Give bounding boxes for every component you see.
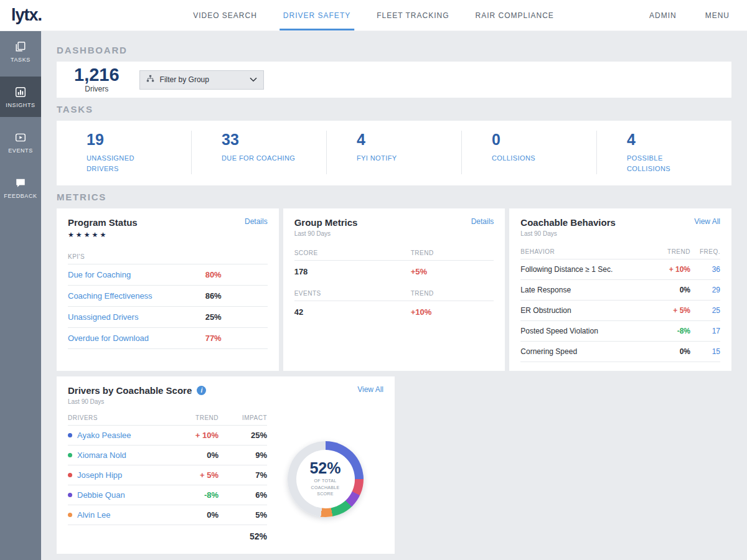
- behavior-freq: 25: [690, 306, 720, 315]
- driver-count-label: Drivers: [85, 85, 108, 93]
- driver-count: 1,216 Drivers: [74, 66, 120, 93]
- stat-collisions[interactable]: 0 COLLISIONS: [461, 131, 596, 174]
- kpi-link[interactable]: Coaching Effectiveness: [68, 291, 205, 301]
- stat-value: 19: [87, 131, 191, 149]
- driver-link[interactable]: Joseph Hipp: [68, 470, 174, 480]
- driver-impact: 9%: [218, 450, 267, 460]
- kpi-row: Coaching Effectiveness 86%: [68, 286, 268, 307]
- tasks-section-title: TASKS: [57, 104, 731, 114]
- behavior-trend: + 10%: [649, 265, 690, 274]
- driver-name: Xiomara Nold: [77, 450, 126, 460]
- driver-impact: 5%: [218, 510, 267, 520]
- nav-rair-compliance[interactable]: RAIR COMPLIANCE: [475, 0, 553, 30]
- stat-value: 33: [222, 131, 326, 149]
- driver-link[interactable]: Ayako Peaslee: [68, 431, 174, 440]
- driver-row: Alvin Lee 0% 5%: [68, 505, 267, 525]
- events-icon: [15, 132, 26, 143]
- sidebar-item-feedback[interactable]: FEEDBACK: [0, 167, 41, 208]
- events-trend-value: +10%: [411, 307, 494, 317]
- driver-trend: + 5%: [174, 470, 218, 480]
- top-nav-bar: lytx. VIDEO SEARCH DRIVER SAFETY FLEET T…: [0, 0, 747, 31]
- nav-admin[interactable]: ADMIN: [649, 0, 677, 31]
- sidebar-item-insights[interactable]: INSIGHTS: [0, 77, 41, 117]
- driver-impact: 6%: [218, 490, 267, 500]
- sidebar-item-events[interactable]: EVENTS: [0, 122, 41, 162]
- behavior-name: ER Obstruction: [520, 306, 649, 315]
- driver-trend: 0%: [174, 510, 218, 520]
- lytx-logo[interactable]: lytx.: [11, 6, 42, 25]
- behavior-row[interactable]: Posted Speed Violation -8% 17: [520, 321, 720, 342]
- nav-fleet-tracking[interactable]: FLEET TRACKING: [377, 0, 449, 30]
- driver-impact: 7%: [218, 470, 267, 480]
- driver-link[interactable]: Xiomara Nold: [68, 450, 174, 460]
- driver-link[interactable]: Alvin Lee: [68, 510, 174, 520]
- behavior-row[interactable]: Cornering Speed 0% 15: [520, 342, 720, 362]
- filter-by-group-dropdown[interactable]: Filter by Group: [139, 70, 264, 90]
- drivers-header-row: DRIVERS TREND IMPACT: [68, 410, 267, 426]
- tasks-stats-bar: 19 UNASSIGNED DRIVERS 33 DUE FOR COACHIN…: [57, 121, 731, 185]
- behavior-row[interactable]: Following Distance ≥ 1 Sec. + 10% 36: [520, 259, 720, 280]
- donut-center-label: OF TOTAL COACHABLE SCORE: [307, 478, 344, 497]
- stat-unassigned-drivers[interactable]: 19 UNASSIGNED DRIVERS: [57, 131, 191, 174]
- coachable-behaviors-title: Coachable Behaviors: [520, 217, 616, 228]
- driver-link[interactable]: Debbie Quan: [68, 490, 174, 500]
- donut-center-value: 52%: [309, 460, 341, 476]
- group-metrics-details-link[interactable]: Details: [471, 217, 494, 226]
- coachable-score-donut-chart: 52% OF TOTAL COACHABLE SCORE: [288, 441, 364, 517]
- trend-header: TREND: [174, 414, 218, 421]
- kpi-link[interactable]: Overdue for Download: [68, 334, 205, 343]
- driver-dot: [68, 493, 72, 497]
- driver-summary-bar: 1,216 Drivers Filter by Group: [57, 62, 731, 98]
- behavior-trend: 0%: [649, 347, 690, 356]
- kpi-link[interactable]: Due for Coaching: [68, 270, 205, 279]
- stat-label: POSSIBLE COLLISIONS: [627, 153, 702, 174]
- nav-menu[interactable]: MENU: [705, 0, 730, 31]
- trend-header: TREND: [411, 250, 494, 256]
- drivers-by-score-subtitle: Last 90 Days: [68, 398, 206, 405]
- drivers-by-score-view-all-link[interactable]: View All: [357, 385, 383, 394]
- group-metrics-card: Group Metrics Last 90 Days Details SCORE…: [283, 208, 505, 371]
- stat-value: 4: [627, 131, 731, 149]
- driver-trend: 0%: [174, 450, 218, 460]
- events-value: 42: [294, 307, 411, 317]
- driver-row: Debbie Quan -8% 6%: [68, 485, 267, 505]
- stat-value: 4: [357, 131, 461, 149]
- kpi-value: 80%: [205, 270, 268, 279]
- insights-icon: [15, 86, 26, 98]
- events-value-row: 42 +10%: [294, 301, 494, 325]
- behavior-name: Late Response: [520, 286, 649, 294]
- driver-count-value: 1,216: [74, 66, 120, 85]
- chevron-down-icon: [250, 75, 257, 84]
- events-header-row: EVENTS TREND: [294, 285, 494, 301]
- header-right-nav: ADMIN MENU: [649, 0, 730, 31]
- coachable-behaviors-view-all-link[interactable]: View All: [694, 217, 720, 226]
- kpi-row: Overdue for Download 77%: [68, 328, 268, 349]
- tasks-icon: [15, 41, 26, 52]
- score-value-row: 178 +5%: [294, 261, 494, 285]
- info-icon[interactable]: i: [197, 386, 206, 395]
- behavior-trend: + 5%: [649, 306, 690, 315]
- sidebar-item-tasks[interactable]: TASKS: [0, 31, 41, 72]
- program-status-details-link[interactable]: Details: [245, 217, 268, 226]
- behavior-row[interactable]: ER Obstruction + 5% 25: [520, 301, 720, 321]
- driver-trend: -8%: [174, 490, 218, 500]
- nav-driver-safety[interactable]: DRIVER SAFETY: [283, 0, 350, 30]
- driver-name: Joseph Hipp: [77, 470, 122, 480]
- driver-dot: [68, 473, 72, 477]
- stat-due-for-coaching[interactable]: 33 DUE FOR COACHING: [191, 131, 326, 174]
- kpi-column-header: KPI'S: [68, 249, 268, 264]
- impact-total: 52%: [68, 525, 267, 548]
- behavior-row[interactable]: Late Response 0% 29: [520, 280, 720, 301]
- kpi-row: Due for Coaching 80%: [68, 264, 268, 286]
- stat-value: 0: [492, 131, 596, 149]
- stat-possible-collisions[interactable]: 4 POSSIBLE COLLISIONS: [596, 131, 731, 174]
- stat-fyi-notify[interactable]: 4 FYI NOTIFY: [326, 131, 461, 174]
- kpi-link[interactable]: Unassigned Drivers: [68, 312, 205, 322]
- kpi-value: 86%: [205, 291, 268, 301]
- nav-video-search[interactable]: VIDEO SEARCH: [193, 0, 257, 30]
- impact-header: IMPACT: [218, 414, 267, 421]
- score-trend-value: +5%: [411, 267, 494, 276]
- filter-label: Filter by Group: [160, 75, 244, 84]
- drivers-by-score-title: Drivers by Coachable Score: [68, 385, 192, 396]
- driver-row: Xiomara Nold 0% 9%: [68, 446, 267, 465]
